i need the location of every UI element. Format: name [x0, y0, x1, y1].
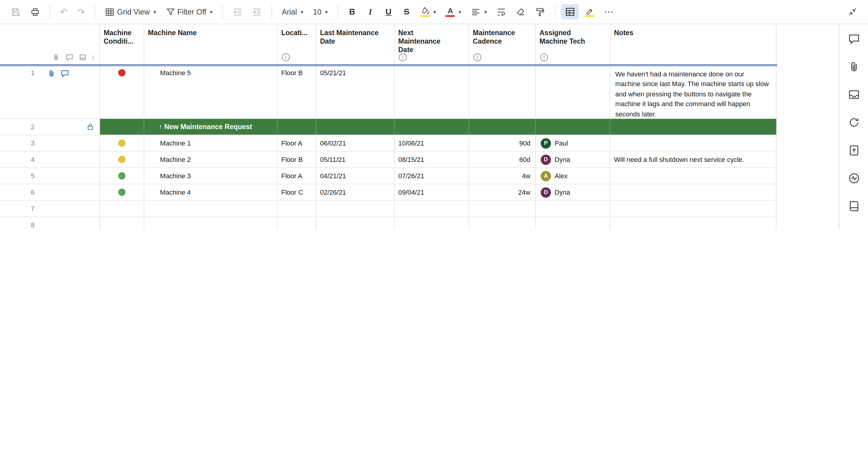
- empty-cell[interactable]: [469, 201, 536, 216]
- banner-cell[interactable]: [395, 119, 469, 134]
- empty-grid-row[interactable]: 8: [0, 217, 777, 230]
- cell-last-maintenance-date[interactable]: 05/21/21: [316, 66, 395, 118]
- cell-notes[interactable]: [610, 135, 776, 151]
- cell-next-maintenance-date[interactable]: 07/26/21: [395, 168, 469, 184]
- empty-cell[interactable]: [395, 217, 469, 230]
- row-header[interactable]: 6: [0, 184, 100, 200]
- cell-location[interactable]: Floor C: [278, 184, 316, 200]
- italic-button[interactable]: I: [363, 4, 378, 19]
- banner-cell[interactable]: [469, 119, 536, 134]
- cell-assigned-tech[interactable]: A Alex: [536, 168, 610, 184]
- cell-machine-condition[interactable]: [100, 152, 144, 167]
- row-header[interactable]: 7: [0, 201, 100, 216]
- cell-next-maintenance-date[interactable]: 08/15/21: [395, 152, 469, 167]
- cell-machine-condition[interactable]: [100, 66, 144, 118]
- collapse-toolbar-button[interactable]: [844, 5, 861, 19]
- empty-cell[interactable]: [144, 201, 278, 216]
- print-button[interactable]: [27, 4, 44, 19]
- info-icon[interactable]: i: [399, 53, 407, 61]
- update-requests-button[interactable]: [848, 116, 860, 128]
- row-header[interactable]: 4: [0, 152, 100, 167]
- font-family-selector[interactable]: Arial ▾: [278, 5, 307, 19]
- empty-cell[interactable]: [316, 201, 395, 216]
- cell-maintenance-cadence[interactable]: 4w: [469, 168, 536, 184]
- banner-cell[interactable]: [536, 119, 610, 134]
- empty-cell[interactable]: [316, 217, 395, 230]
- empty-cell[interactable]: [144, 217, 278, 230]
- info-icon[interactable]: i: [540, 53, 548, 61]
- conversations-button[interactable]: [848, 33, 860, 45]
- cell-next-maintenance-date[interactable]: 10/06/21: [395, 135, 469, 151]
- redo-button[interactable]: ↷: [74, 5, 89, 19]
- cell-assigned-tech[interactable]: D Dyna: [536, 184, 610, 200]
- info-icon[interactable]: i: [282, 53, 290, 61]
- cell-next-maintenance-date[interactable]: 09/04/21: [395, 184, 469, 200]
- comment-icon[interactable]: [61, 69, 69, 78]
- format-painter-button[interactable]: [532, 4, 549, 19]
- row-header[interactable]: 5: [0, 168, 100, 184]
- grid-row-4[interactable]: 4 Machine 2 Floor B 05/11/21 08/15/21 60…: [0, 152, 777, 168]
- cell-machine-name[interactable]: Machine 2: [144, 152, 278, 167]
- align-button[interactable]: ▾: [467, 4, 491, 19]
- empty-cell[interactable]: [536, 201, 610, 216]
- fill-color-button[interactable]: ▾: [417, 4, 440, 20]
- cell-machine-name[interactable]: Machine 3: [144, 168, 278, 184]
- cell-last-maintenance-date[interactable]: 05/11/21: [316, 152, 395, 167]
- cell-last-maintenance-date[interactable]: 02/26/21: [316, 184, 395, 200]
- view-selector[interactable]: Grid View ▾: [101, 4, 160, 19]
- cell-maintenance-cadence[interactable]: 60d: [469, 152, 536, 167]
- cell-machine-condition[interactable]: [100, 135, 144, 151]
- column-header-next-maintenance-date[interactable]: Next Maintenance Date i: [395, 24, 469, 64]
- proofs-button[interactable]: [848, 89, 860, 101]
- grid-row-3[interactable]: 3 Machine 1 Floor A 06/02/21 10/06/21 90…: [0, 135, 777, 152]
- attachment-icon[interactable]: [47, 69, 56, 78]
- cell-notes[interactable]: [610, 184, 776, 200]
- banner-cell[interactable]: [100, 119, 144, 134]
- font-size-selector[interactable]: 10 ▾: [309, 5, 332, 19]
- cell-assigned-tech[interactable]: P Paul: [536, 135, 610, 151]
- attachments-button[interactable]: [848, 61, 860, 73]
- row-header[interactable]: 3: [0, 135, 100, 151]
- underline-button[interactable]: U: [381, 5, 396, 19]
- cell-notes[interactable]: Will need a full shutdown next service c…: [610, 152, 776, 167]
- sheet-summary-button[interactable]: [848, 200, 860, 212]
- empty-cell[interactable]: [100, 217, 144, 230]
- column-header-machine-name[interactable]: Machine Name: [144, 24, 278, 64]
- cell-machine-name[interactable]: Machine 5: [144, 66, 278, 118]
- info-icon[interactable]: i: [473, 53, 481, 61]
- empty-cell[interactable]: [469, 217, 536, 230]
- card-format-toggle-button[interactable]: [562, 4, 579, 20]
- cell-location[interactable]: Floor A: [278, 135, 316, 151]
- activity-log-button[interactable]: [848, 172, 860, 184]
- cell-maintenance-cadence[interactable]: 24w: [469, 184, 536, 200]
- empty-cell[interactable]: [100, 201, 144, 216]
- cell-location[interactable]: Floor B: [278, 66, 316, 118]
- indent-button[interactable]: [249, 4, 266, 19]
- cell-notes[interactable]: We haven't had a maintenance done on our…: [610, 66, 776, 118]
- row-header-corner[interactable]: i: [0, 24, 100, 64]
- cell-machine-name[interactable]: Machine 4: [144, 184, 278, 200]
- cell-location[interactable]: Floor A: [278, 168, 316, 184]
- wrap-text-button[interactable]: [493, 4, 510, 19]
- bold-button[interactable]: B: [344, 5, 360, 19]
- cell-next-maintenance-date[interactable]: [395, 66, 469, 118]
- cell-machine-condition[interactable]: [100, 168, 144, 184]
- cell-assigned-tech[interactable]: [536, 66, 610, 118]
- cell-assigned-tech[interactable]: D Dyna: [536, 152, 610, 167]
- cell-machine-name[interactable]: Machine 1: [144, 135, 278, 151]
- filter-button[interactable]: Filter Off ▾: [162, 5, 216, 19]
- banner-cell[interactable]: [316, 119, 395, 134]
- outdent-button[interactable]: [229, 4, 246, 19]
- save-button[interactable]: [7, 4, 24, 19]
- clear-format-button[interactable]: [513, 4, 529, 19]
- empty-cell[interactable]: [610, 201, 776, 216]
- banner-cell-title[interactable]: ↑ New Maintenance Request: [144, 119, 278, 134]
- cell-last-maintenance-date[interactable]: 06/02/21: [316, 135, 395, 151]
- grid-row-2-banner[interactable]: 2 ↑ New Maintenance Request: [0, 119, 777, 135]
- undo-button[interactable]: ↶: [56, 5, 71, 19]
- empty-grid-row[interactable]: 7: [0, 201, 777, 217]
- column-header-machine-condition[interactable]: Machine Conditi...: [100, 24, 144, 64]
- empty-cell[interactable]: [610, 217, 776, 230]
- column-header-assigned-machine-tech[interactable]: Assigned Machine Tech i: [536, 24, 610, 64]
- column-header-location[interactable]: Locati... i: [278, 24, 316, 64]
